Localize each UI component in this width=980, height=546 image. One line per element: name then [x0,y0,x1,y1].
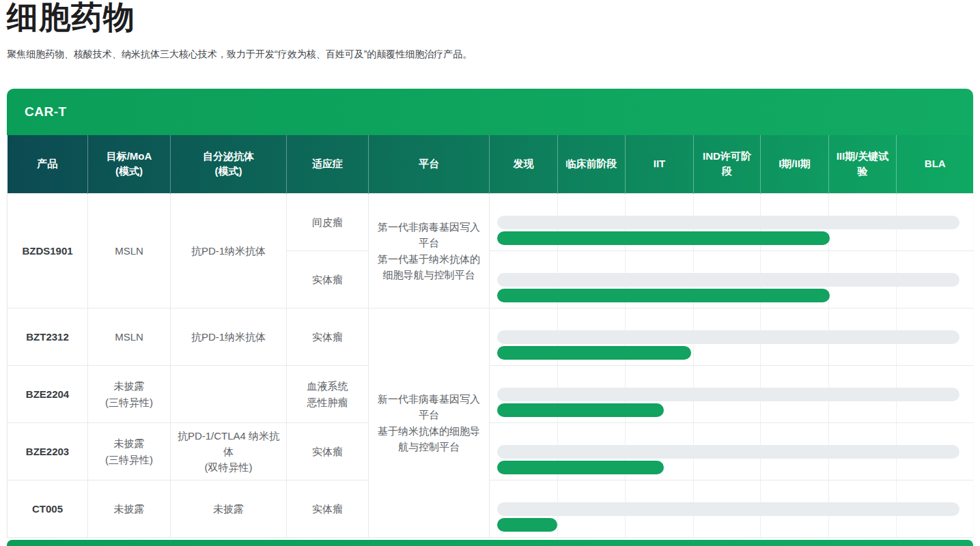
col-header-phase3: III期/关键试验 [829,135,897,194]
col-header-product: 产品 [8,135,88,194]
target-moa: 未披露 [88,480,171,538]
progress-bar [497,289,830,302]
pipeline-card: CAR-T 产品 目标/MoA (模式) 自分泌抗体 (模式) 适应症 平台 发… [7,89,973,538]
indication: 实体瘤 [287,308,369,366]
antibody: 未披露 [171,480,287,538]
page: 细胞药物 聚焦细胞药物、核酸技术、纳米抗体三大核心技术，致力于开发“疗效为核、百… [0,0,980,546]
table-header-row: 产品 目标/MoA (模式) 自分泌抗体 (模式) 适应症 平台 发现 临床前阶… [8,135,974,194]
col-header-target-moa: 目标/MoA (模式) [88,135,171,194]
progress-bar [497,231,830,245]
col-header-iit: IIT [626,135,694,194]
target-moa: 未披露 (三特异性) [88,423,171,480]
progress-track [497,445,960,459]
pipeline-progress-cell [490,194,974,251]
indication: 实体瘤 [287,251,369,308]
target-moa: MSLN [88,194,171,308]
product-name: BZDS1901 [8,194,88,308]
antibody: 抗PD-1/CTLA4 纳米抗体 (双特异性) [171,423,287,480]
indication: 实体瘤 [287,423,369,480]
product-name: BZT2312 [8,308,88,366]
pipeline-table: 产品 目标/MoA (模式) 自分泌抗体 (模式) 适应症 平台 发现 临床前阶… [7,135,973,538]
progress-bar [497,346,691,360]
progress-track [497,502,960,516]
col-header-preclinical: 临床前阶段 [558,135,626,194]
target-moa: 未披露 (三特异性) [88,366,171,423]
col-header-antibody: 自分泌抗体 (模式) [171,135,287,194]
progress-bar [497,461,664,474]
progress-bar [497,403,664,417]
section-banner: CAR-T [7,89,973,135]
progress-track [497,330,960,344]
antibody: 抗PD-1纳米抗体 [171,308,287,366]
progress-bar [497,518,557,532]
progress-track [497,388,960,401]
next-section-banner-edge [7,540,973,546]
page-subtitle: 聚焦细胞药物、核酸技术、纳米抗体三大核心技术，致力于开发“疗效为核、百姓可及”的… [7,47,973,61]
col-header-bla: BLA [897,135,974,194]
antibody: 抗PD-1纳米抗体 [171,194,287,308]
product-name: CT005 [8,480,88,538]
col-header-ind: IND许可阶段 [694,135,761,194]
product-name: BZE2203 [8,423,88,480]
indication: 血液系统 恶性肿瘤 [287,366,369,423]
product-name: BZE2204 [8,366,88,423]
antibody [171,366,287,423]
progress-track [497,273,960,287]
section-banner-label: CAR-T [25,104,67,119]
col-header-phase1-2: I期/II期 [761,135,829,194]
indication: 实体瘤 [287,480,369,538]
col-header-platform: 平台 [369,135,490,194]
page-title: 细胞药物 [7,0,973,35]
table-row: BZDS1901 MSLN 抗PD-1纳米抗体 间皮瘤 第一代非病毒基因写入平台… [8,194,974,251]
indication: 间皮瘤 [287,194,369,251]
col-header-indication: 适应症 [287,135,369,194]
platform: 第一代非病毒基因写入平台 第一代基于纳米抗体的细胞导航与控制平台 [369,194,490,308]
progress-track [497,216,960,229]
col-header-discovery: 发现 [490,135,558,194]
target-moa: MSLN [88,308,171,366]
platform: 新一代非病毒基因写入平台 基于纳米抗体的细胞导航与控制平台 [369,308,490,538]
